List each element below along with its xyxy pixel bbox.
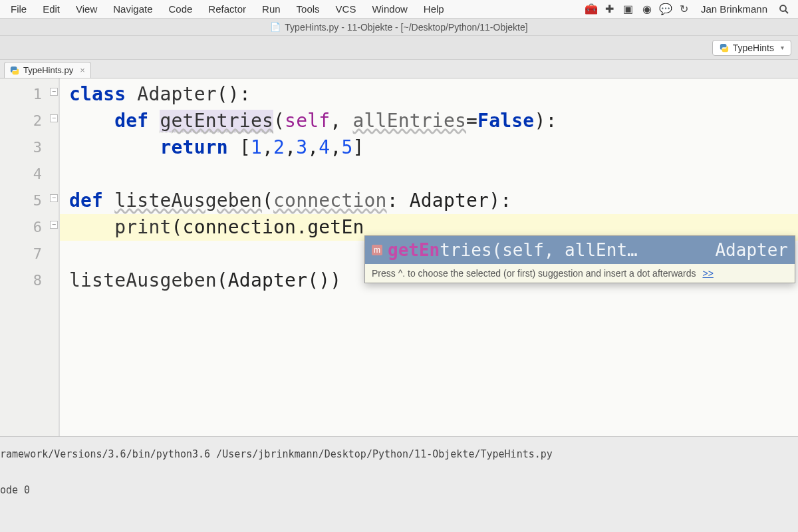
file-icon: 📄 (270, 22, 281, 32)
autocomplete-hint-link[interactable]: >> (702, 268, 713, 279)
autocomplete-match: getEn (388, 240, 440, 260)
python-icon (720, 43, 729, 53)
window-title-bar: 📄 TypeHints.py - 11-Objekte - [~/Desktop… (0, 19, 798, 36)
svg-point-0 (780, 5, 786, 11)
close-icon[interactable]: × (80, 65, 85, 75)
menu-vcs[interactable]: VCS (328, 1, 364, 17)
code-line[interactable] (60, 161, 798, 188)
gutter: 1−2−345−6−78 (0, 78, 60, 436)
menu-window[interactable]: Window (364, 1, 415, 17)
record-icon[interactable]: ▣ (622, 3, 634, 15)
menu-run[interactable]: Run (254, 1, 289, 17)
plus-icon[interactable]: ✚ (604, 3, 616, 15)
console-line-blank (0, 462, 798, 482)
editor-tabs: TypeHints.py × (0, 60, 798, 78)
autocomplete-type: Adapter (715, 240, 788, 260)
fold-toggle-icon[interactable]: − (50, 88, 58, 96)
autocomplete-item[interactable]: m getEntries(self, allEnt… Adapter (365, 236, 795, 264)
run-config-name: TypeHints (733, 43, 774, 53)
menu-file[interactable]: File (3, 1, 35, 17)
autocomplete-rest: tries(self, allEnt… (440, 240, 637, 260)
fold-toggle-icon[interactable]: − (50, 221, 58, 229)
menubar-right: 🧰 ✚ ▣ ◉ 💬 ↻ Jan Brinkmann (585, 3, 795, 15)
menu-help[interactable]: Help (416, 1, 452, 17)
menu-code[interactable]: Code (160, 1, 200, 17)
tab-typehints[interactable]: TypeHints.py × (4, 62, 91, 78)
console-line: ode 0 (0, 482, 798, 498)
code-line[interactable]: class Adapter(): (60, 81, 798, 108)
toolbar: TypeHints ▾ (0, 36, 798, 60)
code-line[interactable]: return [1,2,3,4,5] (60, 134, 798, 161)
fold-toggle-icon[interactable]: − (50, 114, 58, 122)
menu-refactor[interactable]: Refactor (200, 1, 254, 17)
chat-icon[interactable]: 💬 (660, 3, 672, 15)
code-line[interactable]: def listeAusgeben(connection: Adapter): (60, 188, 798, 214)
console[interactable]: ramework/Versions/3.6/bin/python3.6 /Use… (0, 436, 798, 532)
python-icon (10, 66, 19, 75)
editor[interactable]: 1−2−345−6−78 class Adapter(): def getEnt… (0, 78, 798, 436)
autocomplete-hint-text: Press ^. to choose the selected (or firs… (372, 268, 696, 279)
fold-toggle-icon[interactable]: − (50, 194, 58, 202)
autocomplete-hint: Press ^. to choose the selected (or firs… (365, 264, 795, 283)
menu-navigate[interactable]: Navigate (105, 1, 160, 17)
chevron-down-icon: ▾ (781, 44, 784, 51)
menubar-left: File Edit View Navigate Code Refactor Ru… (3, 1, 452, 17)
history-icon[interactable]: ↻ (678, 3, 690, 15)
search-icon[interactable] (778, 3, 790, 15)
method-badge-icon: m (372, 245, 382, 255)
autocomplete-popup: m getEntries(self, allEnt… Adapter Press… (364, 235, 795, 283)
leaf-icon[interactable]: ◉ (641, 3, 653, 15)
code-area[interactable]: class Adapter(): def getEntries(self, al… (60, 78, 798, 436)
fold-strip (49, 78, 59, 436)
menu-tools[interactable]: Tools (289, 1, 328, 17)
window-title-text: TypeHints.py - 11-Objekte - [~/Desktop/P… (285, 22, 527, 33)
tab-label: TypeHints.py (23, 65, 73, 75)
toolbox-icon[interactable]: 🧰 (585, 3, 597, 15)
user-name[interactable]: Jan Brinkmann (697, 3, 771, 15)
svg-line-1 (785, 11, 788, 13)
menubar: File Edit View Navigate Code Refactor Ru… (0, 0, 798, 19)
code-line[interactable]: def getEntries(self, allEntries=False): (60, 108, 798, 134)
console-line: ramework/Versions/3.6/bin/python3.6 /Use… (0, 446, 798, 462)
menu-view[interactable]: View (68, 1, 105, 17)
menu-edit[interactable]: Edit (35, 1, 68, 17)
run-config-selector[interactable]: TypeHints ▾ (712, 40, 791, 56)
